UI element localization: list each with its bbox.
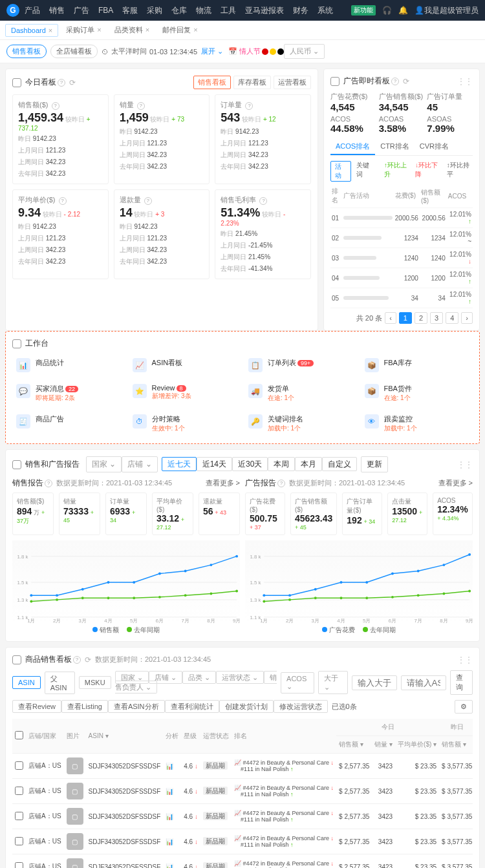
help-icon[interactable]: ? [45, 480, 52, 487]
close-icon[interactable]: × [193, 26, 197, 34]
help-icon[interactable]: ? [58, 79, 65, 87]
query-button[interactable]: 查询 [450, 670, 473, 695]
seg-sales-board[interactable]: 销售看板 [6, 45, 47, 58]
expand-link[interactable]: 展开 ⌄ [201, 47, 223, 56]
refresh-icon[interactable]: ⟳ [403, 77, 409, 86]
logo[interactable]: G [6, 4, 19, 17]
row-check[interactable] [15, 761, 23, 770]
today-seg-2[interactable]: 运营看板 [274, 76, 311, 89]
th-yest-sales[interactable]: 销售额 ▾ [439, 736, 473, 754]
store-select[interactable]: 店铺 ⌄ [122, 456, 157, 472]
workbench-item[interactable]: 📦FBA库存 [361, 354, 473, 376]
chart-icon[interactable]: 📊 [166, 838, 173, 845]
action-button[interactable]: 修改运营状态 [274, 700, 328, 713]
range-btn[interactable]: 近七天 [162, 457, 197, 471]
pg-2[interactable]: 2 [415, 312, 427, 324]
row-check[interactable] [15, 837, 23, 845]
today-seg-1[interactable]: 库存看板 [233, 76, 271, 89]
chart-icon[interactable]: 📊 [166, 813, 173, 820]
table-row[interactable]: 店铺A：US▢SDJF343052DSFSSDSF📊4.6 ↓新品期📈 #447… [12, 804, 473, 829]
nav-item[interactable]: 客服 [122, 6, 138, 15]
th-star[interactable]: 星级 [181, 719, 200, 754]
table-row[interactable]: 店铺A：US▢SDJF343052DSFSSDSF📊4.6 ↓新品期📈 #447… [12, 829, 473, 854]
close-icon[interactable]: × [97, 26, 101, 34]
ad-row[interactable]: 05343412.01% ↑ [330, 288, 473, 308]
tab-parent-asin[interactable]: 父ASIN [45, 672, 75, 694]
th-store[interactable]: 店铺/国家 [26, 719, 64, 754]
nav-item[interactable]: 物流 [196, 6, 211, 15]
th-today-sales[interactable]: 销售额 ▾ [336, 736, 372, 754]
th-today-qty[interactable]: 销量 ▾ [372, 736, 395, 754]
drag-icon[interactable]: ⋮⋮ [457, 655, 473, 664]
ad-row[interactable]: 021234123412.01% ~ [330, 228, 473, 248]
nav-item[interactable]: FBA [98, 6, 113, 15]
drag-icon[interactable]: ⋮⋮ [457, 460, 473, 469]
more-link[interactable]: 查看更多 > [438, 478, 473, 488]
num-input[interactable] [352, 675, 397, 690]
workbench-item[interactable]: 📊商品统计 [12, 354, 125, 376]
nav-item[interactable]: 广告 [74, 6, 89, 15]
table-row[interactable]: 店铺A：US▢SDJF343052DSFSSDSF📊4.6 ↓新品期📈 #447… [12, 779, 473, 804]
workbench-item[interactable]: 🔑关键词排名加载中: 1个 [244, 410, 357, 437]
refresh-icon[interactable]: ⟳ [85, 655, 91, 664]
action-button[interactable]: 查看利润统计 [165, 700, 219, 713]
ad-tab-cvr[interactable]: CVR排名 [415, 139, 454, 155]
page-tab[interactable]: Dashboard× [5, 24, 58, 37]
workbench-item[interactable]: 📦FBA货件在途: 1个 [361, 380, 473, 407]
workbench-item[interactable]: 💬买家消息22即将延期: 2条 [12, 380, 125, 407]
table-row[interactable]: 店铺A：US▢SDJF343052DSFSSDSF📊4.6 ↓新品期📈 #447… [12, 754, 473, 779]
table-row[interactable]: 店铺A：US▢SDJF343052DSFSSDSF📊4.6 ↓新品期📈 #447… [12, 854, 473, 869]
pg-next[interactable]: › [461, 312, 473, 324]
new-feature-badge[interactable]: 新功能 [351, 5, 376, 16]
tab-msku[interactable]: MSKU [79, 676, 111, 689]
help-icon[interactable]: ? [391, 78, 399, 85]
nav-item[interactable]: 销售 [49, 6, 65, 15]
workbench-item[interactable]: 🧾商品广告 [12, 410, 125, 437]
range-btn[interactable]: 自定义 [322, 457, 357, 471]
pg-1[interactable]: 1 [399, 312, 412, 324]
nav-item[interactable]: 产品 [25, 6, 40, 15]
ad-filter-campaign[interactable]: 活动 [330, 161, 351, 182]
chart-icon[interactable]: 📊 [166, 863, 173, 869]
pg-prev[interactable]: ‹ [385, 312, 396, 324]
page-tab[interactable]: 采购订单× [61, 23, 106, 37]
range-btn[interactable]: 近14天 [197, 457, 232, 471]
action-button[interactable]: 查看ASIN分析 [108, 700, 165, 713]
help-icon[interactable]: ? [277, 480, 285, 487]
th-today-avg[interactable]: 平均单价($) ▾ [395, 736, 439, 754]
workbench-item[interactable]: 📋订单列表99+ [244, 354, 357, 376]
th-asin[interactable]: ASIN ▾ [86, 719, 164, 754]
chart-icon[interactable]: 📊 [166, 763, 173, 770]
close-icon[interactable]: × [146, 26, 149, 34]
workbench-item[interactable]: 📈ASIN看板 [129, 354, 241, 376]
op-select[interactable]: 大于 ⌄ [318, 671, 347, 694]
range-btn[interactable]: 本月 [295, 457, 322, 471]
nav-item[interactable]: 亚马逊报表 [245, 6, 284, 15]
more-link[interactable]: 查看更多 > [206, 478, 240, 488]
select-all[interactable] [15, 731, 23, 739]
ad-tab-ctr[interactable]: CTR排名 [375, 139, 415, 155]
ad-row[interactable]: 012000.562000.5612.01% ↑ [330, 208, 473, 228]
range-btn[interactable]: 近30天 [232, 457, 268, 471]
today-seg-0[interactable]: 销售看板 [193, 76, 231, 89]
user-menu[interactable]: 👤 我是超级管理员 [415, 5, 479, 16]
country-select[interactable]: 国家 ⌄ [86, 456, 122, 472]
nav-item[interactable]: 工具 [221, 6, 236, 15]
asin-input[interactable] [401, 675, 446, 690]
ad-row[interactable]: 041200120012.01% ↑ [330, 268, 473, 288]
nav-item[interactable]: 仓库 [171, 6, 187, 15]
workbench-item[interactable]: ⭐Review8新增差评: 3条 [129, 380, 241, 407]
acos-select[interactable]: ACOS ⌄ [281, 672, 314, 693]
seg-all-stores[interactable]: 全店铺看板 [50, 45, 98, 58]
filter-select[interactable]: 品类 ⌄ [182, 671, 216, 684]
refresh-icon[interactable]: ⟳ [69, 78, 76, 87]
workbench-item[interactable]: 👁跟卖监控加载中: 1个 [361, 410, 473, 437]
drag-icon[interactable]: ⋮⋮ [457, 77, 473, 86]
row-check[interactable] [15, 862, 23, 869]
row-check[interactable] [15, 812, 23, 820]
bell-icon[interactable]: 🔔 [398, 6, 408, 15]
action-button[interactable]: 创建发货计划 [219, 700, 274, 713]
row-check[interactable] [15, 787, 23, 795]
pg-4[interactable]: 4 [446, 312, 458, 324]
ad-row[interactable]: 031240124012.01% ↓ [330, 248, 473, 268]
